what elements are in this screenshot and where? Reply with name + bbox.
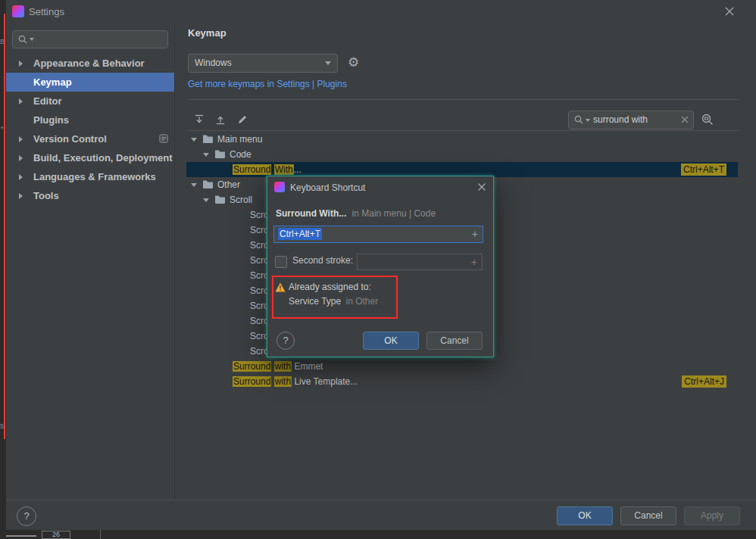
find-by-shortcut-icon[interactable] [701,113,714,126]
action-label: Scro [250,329,269,344]
window-title: Settings [29,6,64,17]
second-stroke-input[interactable]: + [357,254,483,270]
keymap-search-value: surround with [593,111,648,129]
sidebar-item-version-control[interactable]: Version Control [6,129,174,148]
settings-help-button[interactable]: ? [17,506,36,526]
action-label: Scro [250,344,269,359]
match-highlight: Surround [233,376,271,387]
keymap-scheme-value: Windows [189,58,232,68]
sidebar-item-tools[interactable]: Tools [6,186,174,205]
settings-apply-button[interactable]: Apply [684,506,740,525]
background-tab-label: 26 [52,531,60,538]
keymap-scheme-select[interactable]: Windows [188,54,338,73]
tree-row-surround-emmet[interactable]: Surround with Emmet [174,359,756,374]
sidebar-item-plugins[interactable]: Plugins [6,111,174,129]
second-stroke-checkbox[interactable] [275,256,287,268]
second-stroke-label: Second stroke: [292,255,353,266]
project-settings-icon [159,134,168,143]
screenshot-root: B + 5 Settings A [0,0,756,539]
tree-node-label: Code [230,147,251,162]
action-label: Scro [250,283,269,298]
sidebar-item-label: Plugins [33,114,69,126]
help-glyph: ? [283,335,288,346]
match-highlight: with [274,376,292,387]
annotation-red-line [4,14,5,439]
tree-node-label: Scroll [230,192,252,207]
dialog-action-name: Surround With... [276,208,346,219]
sidebar-item-label: Build, Execution, Deployment [33,152,172,164]
background-ide-bottom-strip: 26 [0,530,756,539]
warning-target-context: in Other [346,296,379,307]
dialog-subtitle: Surround With... in Main menu | Code [276,208,436,219]
chevron-down-icon [30,38,34,41]
chevron-right-icon[interactable] [19,98,23,104]
footer-divider [6,500,756,500]
keyboard-shortcut-dialog: Keyboard Shortcut Surround With... in Ma… [267,176,494,357]
sidebar-item-appearance[interactable]: Appearance & Behavior [6,54,174,73]
dialog-ok-button[interactable]: OK [363,332,419,350]
dialog-cancel-button[interactable]: Cancel [426,332,483,350]
action-label: Surround with Emmet [233,359,323,374]
warning-target-action: Service Type [289,296,341,307]
clear-search-icon[interactable] [681,116,689,123]
sidebar-item-label: Tools [33,190,59,201]
dialog-close-icon[interactable] [477,182,486,192]
search-icon [17,34,28,45]
chevron-right-icon[interactable] [19,155,23,161]
folder-icon [214,149,226,159]
tree-row-main-menu[interactable]: Main menu [174,132,756,147]
action-label: Scro [250,207,269,223]
settings-cancel-button[interactable]: Cancel [620,506,676,525]
dialog-help-button[interactable]: ? [276,332,295,350]
sidebar-search-input[interactable] [12,30,168,48]
intellij-logo-icon [12,5,24,17]
chevron-right-icon[interactable] [19,193,23,199]
sidebar-item-editor[interactable]: Editor [6,92,174,111]
expand-all-icon[interactable] [193,114,205,126]
first-stroke-input[interactable]: Ctrl+Alt+T + [273,226,483,243]
tree-row-surround-with[interactable]: Surround With... Ctrl+Alt+T [174,162,756,177]
sidebar-item-label: Version Control [33,133,107,145]
sidebar-item-label: Editor [33,95,62,107]
tree-row-code[interactable]: Code [174,147,756,162]
chevron-right-icon[interactable] [19,61,23,67]
tree-row-surround-live-template[interactable]: Surround with Live Template... Ctrl+Alt+… [174,374,756,389]
get-more-keymaps-link[interactable]: Get more keymaps in Settings | Plugins [188,79,347,89]
settings-ok-button[interactable]: OK [557,506,613,525]
chevron-down-icon[interactable] [203,153,209,157]
sidebar-item-keymap[interactable]: Keymap [6,73,174,92]
chevron-right-icon[interactable] [19,136,23,142]
action-label-rest: ... [294,164,301,175]
dialog-action-context: in Main menu | Code [352,208,436,219]
chevron-down-icon[interactable] [191,183,197,187]
add-shortcut-icon[interactable]: + [471,254,477,270]
shortcut-badge: Ctrl+Alt+T [681,164,726,176]
action-label: Scro [250,298,269,313]
folder-icon [202,179,214,189]
action-label: Scro [250,238,269,253]
tree-node-label: Other [217,177,240,192]
sidebar-item-languages[interactable]: Languages & Frameworks [6,167,174,186]
keymap-search-input[interactable]: surround with [568,111,694,129]
sidebar-item-build[interactable]: Build, Execution, Deployment [6,148,174,167]
help-glyph: ? [23,510,29,522]
chevron-right-icon[interactable] [19,174,23,180]
sidebar-item-label: Languages & Frameworks [33,171,156,182]
edit-pencil-icon[interactable] [236,114,248,126]
folder-icon [202,134,214,144]
action-label: Scro [250,223,269,238]
collapse-all-icon[interactable] [214,114,226,126]
gear-icon[interactable]: ⚙ [348,55,359,70]
sidebar-items: Appearance & Behavior Keymap Editor Plug… [6,54,174,205]
match-highlight: with [274,361,292,372]
tree-node-label: Main menu [217,132,262,147]
chevron-down-icon[interactable] [203,198,209,202]
first-stroke-value: Ctrl+Alt+T [278,228,322,240]
close-icon[interactable] [724,6,735,17]
action-label-rest: Live Template... [294,376,358,387]
add-shortcut-icon[interactable]: + [472,226,478,242]
intellij-logo-icon [274,182,285,192]
chevron-down-icon [586,119,590,122]
warning-target: Service Type in Other [289,296,378,307]
chevron-down-icon[interactable] [191,138,197,142]
